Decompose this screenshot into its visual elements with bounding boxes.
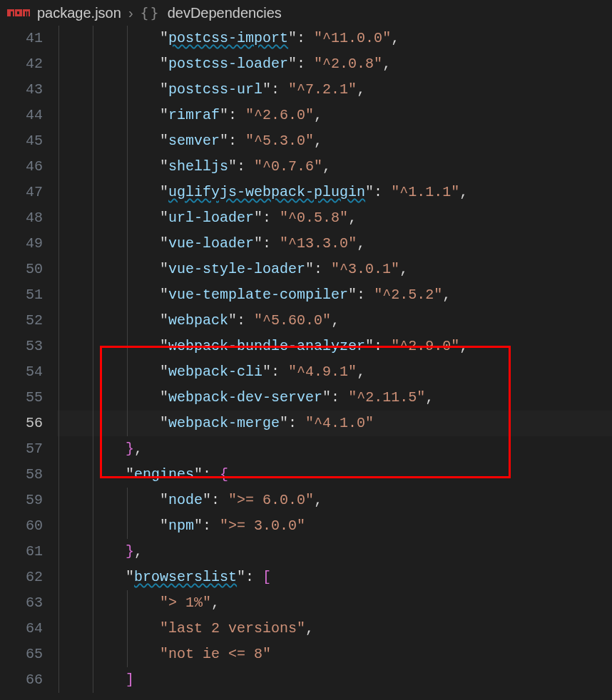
code-line[interactable]: 58 "engines": { xyxy=(0,462,612,488)
code-line[interactable]: 47 "uglifyjs-webpack-plugin": "^1.1.1", xyxy=(0,180,612,205)
code-line[interactable]: 45 "semver": "^5.3.0", xyxy=(0,128,612,154)
breadcrumb-section[interactable]: devDependencies xyxy=(168,5,282,21)
code-line[interactable]: 42 "postcss-loader": "^2.0.8", xyxy=(0,51,612,77)
code-line[interactable]: 49 "vue-loader": "^13.3.0", xyxy=(0,231,612,257)
code-line[interactable]: 59 "node": ">= 6.0.0", xyxy=(0,488,612,513)
line-number: 50 xyxy=(0,257,57,282)
line-number: 49 xyxy=(0,231,57,257)
line-number: 56 xyxy=(0,411,57,436)
code-line[interactable]: 55 "webpack-dev-server": "^2.11.5", xyxy=(0,385,612,411)
code-line[interactable]: 53 "webpack-bundle-analyzer": "^2.9.0", xyxy=(0,334,612,359)
line-number: 59 xyxy=(0,488,57,513)
code-line[interactable]: 60 "npm": ">= 3.0.0" xyxy=(0,513,612,539)
json-object-icon: {} xyxy=(141,4,160,21)
line-number: 55 xyxy=(0,385,57,411)
svg-rect-5 xyxy=(17,11,19,14)
code-line[interactable]: 63 "> 1%", xyxy=(0,590,612,616)
line-number: 44 xyxy=(0,103,57,128)
line-number: 48 xyxy=(0,205,57,231)
breadcrumb-filename[interactable]: package.json xyxy=(37,5,121,21)
line-number: 45 xyxy=(0,128,57,154)
code-line[interactable]: 48 "url-loader": "^0.5.8", xyxy=(0,205,612,231)
code-line[interactable]: 43 "postcss-url": "^7.2.1", xyxy=(0,77,612,103)
code-line[interactable]: 51 "vue-template-compiler": "^2.5.2", xyxy=(0,282,612,308)
code-line[interactable]: 65 "not ie <= 8" xyxy=(0,642,612,667)
code-line[interactable]: 46 "shelljs": "^0.7.6", xyxy=(0,154,612,180)
code-line[interactable]: 44 "rimraf": "^2.6.0", xyxy=(0,103,612,128)
line-number: 47 xyxy=(0,180,57,205)
code-line[interactable]: 52 "webpack": "^5.60.0", xyxy=(0,308,612,334)
chevron-right-icon: › xyxy=(128,5,133,21)
line-number: 60 xyxy=(0,513,57,539)
line-number: 46 xyxy=(0,154,57,180)
code-line[interactable]: 54 "webpack-cli": "^4.9.1", xyxy=(0,359,612,385)
code-line[interactable]: 61 }, xyxy=(0,539,612,565)
line-number: 52 xyxy=(0,308,57,334)
line-number: 42 xyxy=(0,51,57,77)
npm-icon xyxy=(7,8,30,18)
code-line[interactable]: 41 "postcss-import": "^11.0.0", xyxy=(0,26,612,51)
svg-rect-7 xyxy=(27,11,29,16)
line-number: 54 xyxy=(0,359,57,385)
line-number: 53 xyxy=(0,334,57,359)
line-number: 41 xyxy=(0,26,57,51)
code-line[interactable]: 66 ] xyxy=(0,667,612,693)
code-line[interactable]: 57 }, xyxy=(0,436,612,462)
code-line[interactable]: 50 "vue-style-loader": "^3.0.1", xyxy=(0,257,612,282)
svg-rect-4 xyxy=(11,11,13,16)
code-line[interactable]: 56 "webpack-merge": "^4.1.0" xyxy=(0,411,612,436)
code-line[interactable]: 62 "browserslist": [ xyxy=(0,565,612,590)
code-editor[interactable]: 41 "postcss-import": "^11.0.0", 42 "post… xyxy=(0,26,612,693)
line-number: 43 xyxy=(0,77,57,103)
line-number: 51 xyxy=(0,282,57,308)
breadcrumb[interactable]: package.json › {} devDependencies xyxy=(0,0,612,26)
code-line[interactable]: 64 "last 2 versions", xyxy=(0,616,612,642)
svg-rect-6 xyxy=(25,11,26,16)
